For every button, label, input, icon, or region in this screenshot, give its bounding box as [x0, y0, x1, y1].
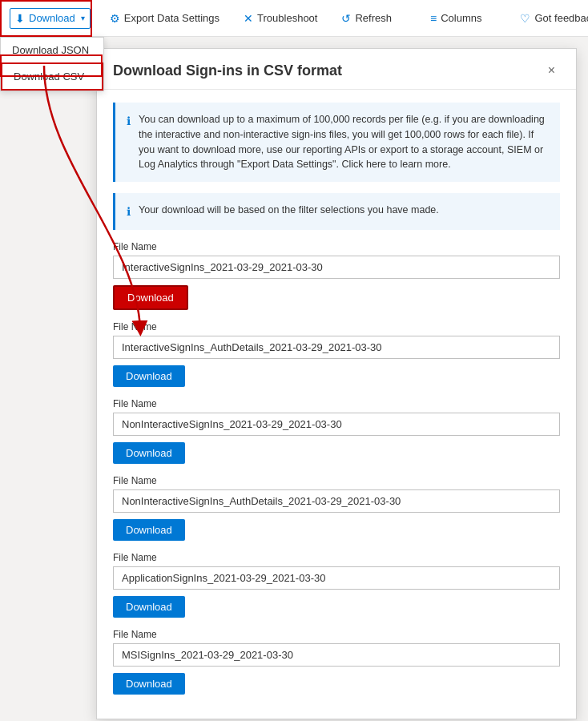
modal-body: ℹ You can download up to a maximum of 10… [97, 90, 576, 719]
export-data-label: Export Data Settings [124, 12, 219, 24]
export-data-settings-button[interactable]: ⚙ Export Data Settings [105, 9, 224, 28]
file-label-5: File Name [113, 629, 560, 640]
file-section-3: File NameDownload [113, 475, 560, 541]
heart-icon: ♡ [520, 12, 530, 25]
info-box-filter: ℹ Your download will be based on the fil… [113, 193, 560, 230]
download-json-item[interactable]: Download JSON [1, 38, 103, 62]
file-label-1: File Name [113, 321, 560, 332]
info-text-filter: Your download will be based on the filte… [139, 203, 439, 220]
info-icon-1: ℹ [127, 113, 131, 172]
download-button[interactable]: ⬇ Download ▾ [10, 8, 91, 29]
file-label-2: File Name [113, 398, 560, 409]
file-label-3: File Name [113, 475, 560, 486]
file-name-input-1[interactable] [113, 336, 560, 359]
columns-button[interactable]: ≡ Columns [425, 9, 486, 28]
refresh-icon: ↺ [341, 12, 351, 25]
file-name-input-0[interactable] [113, 256, 560, 279]
file-name-input-2[interactable] [113, 413, 560, 436]
download-label: Download [29, 12, 75, 24]
download-file-button-5[interactable]: Download [113, 673, 185, 695]
columns-label: Columns [441, 12, 481, 24]
download-file-button-4[interactable]: Download [113, 596, 185, 618]
refresh-label: Refresh [355, 12, 392, 24]
feedback-button[interactable]: ♡ Got feedback? [515, 9, 588, 28]
gear-icon: ⚙ [110, 12, 120, 25]
file-label-0: File Name [113, 241, 560, 252]
info-text-records: You can download up to a maximum of 100,… [139, 112, 549, 172]
troubleshoot-label: Troubleshoot [257, 12, 317, 24]
feedback-label: Got feedback? [534, 12, 588, 24]
columns-icon: ≡ [430, 12, 437, 25]
download-file-button-2[interactable]: Download [113, 442, 185, 464]
wrench-icon: ✕ [244, 12, 253, 25]
download-csv-item[interactable]: Download CSV [1, 62, 103, 91]
file-name-input-3[interactable] [113, 489, 560, 513]
file-section-4: File NameDownload [113, 552, 560, 618]
refresh-button[interactable]: ↺ Refresh [336, 9, 397, 28]
file-section-5: File NameDownload [113, 629, 560, 695]
modal-title: Download Sign-ins in CSV format [113, 62, 342, 79]
file-name-input-4[interactable] [113, 566, 560, 590]
toolbar: ⬇ Download ▾ ⚙ Export Data Settings ✕ Tr… [0, 0, 588, 37]
file-section-0: File NameDownload [113, 241, 560, 310]
info-box-records: ℹ You can download up to a maximum of 10… [113, 103, 560, 182]
modal-close-button[interactable]: × [543, 62, 560, 79]
file-section-1: File NameDownload [113, 321, 560, 387]
download-file-button-1[interactable]: Download [113, 365, 185, 387]
file-label-4: File Name [113, 552, 560, 563]
file-name-input-5[interactable] [113, 643, 560, 667]
chevron-down-icon: ▾ [81, 14, 85, 22]
download-modal: Download Sign-ins in CSV format × ℹ You … [96, 48, 577, 719]
file-section-2: File NameDownload [113, 398, 560, 464]
download-dropdown: Download JSON Download CSV [0, 37, 104, 91]
troubleshoot-button[interactable]: ✕ Troubleshoot [239, 9, 322, 28]
download-file-button-0[interactable]: Download [113, 285, 188, 310]
modal-header: Download Sign-ins in CSV format × [97, 49, 576, 90]
file-list: File NameDownloadFile NameDownloadFile N… [113, 241, 560, 695]
download-icon: ⬇ [15, 12, 25, 25]
download-file-button-3[interactable]: Download [113, 519, 185, 541]
info-icon-2: ℹ [127, 203, 131, 220]
